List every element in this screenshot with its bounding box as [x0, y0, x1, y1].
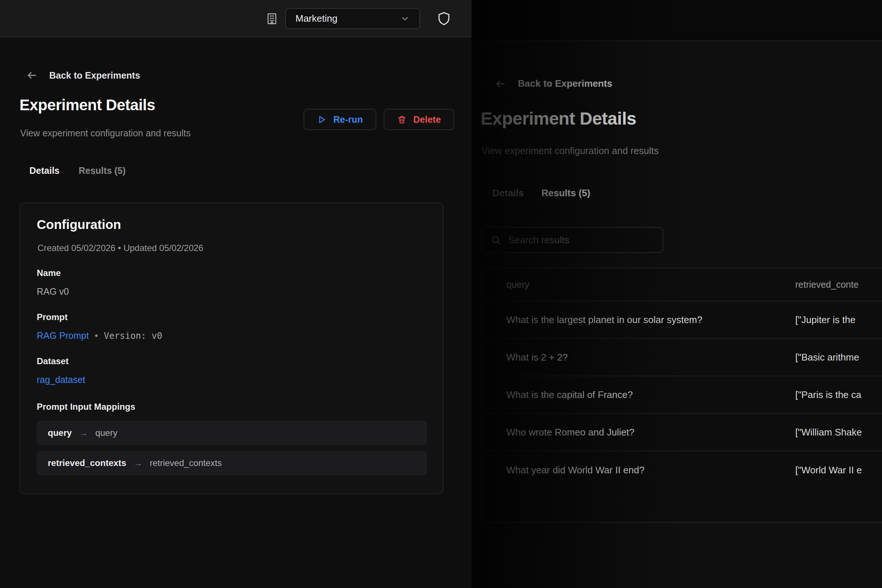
back-to-experiments-link[interactable]: Back to Experiments — [494, 78, 612, 89]
name-field-value: RAG v0 — [37, 286, 69, 297]
shield-icon[interactable] — [436, 11, 451, 27]
delete-button[interactable]: Delete — [384, 109, 454, 130]
arrow-right-icon: → — [79, 428, 88, 438]
table-row[interactable]: What is 2 + 2? ["Basic arithme — [482, 339, 882, 376]
arrow-left-icon — [26, 70, 38, 81]
rerun-button[interactable]: Re-run — [303, 109, 376, 130]
action-buttons: Re-run Delete — [303, 109, 454, 130]
prompt-input-mappings-list: query → query retrieved_contexts → retri… — [37, 421, 427, 475]
search-results-input[interactable] — [508, 234, 654, 246]
mapping-source: retrieved_contexts — [48, 458, 126, 468]
configuration-dates: Created 05/02/2026 • Updated 05/02/2026 — [38, 243, 203, 253]
cell-query: What is the capital of France? — [482, 389, 795, 400]
mapping-row: retrieved_contexts → retrieved_contexts — [37, 451, 427, 475]
play-icon — [317, 115, 327, 124]
dataset-field-value: rag_dataset — [37, 375, 85, 385]
dataset-link[interactable]: rag_dataset — [37, 375, 85, 385]
tab[interactable]: Details — [492, 188, 524, 199]
tab[interactable]: Results (5) — [542, 188, 590, 199]
table-row[interactable]: What year did World War II end? ["World … — [482, 451, 882, 489]
prompt-field-value: RAG Prompt • Version: v0 — [37, 330, 162, 341]
table-row[interactable]: What is the largest planet in our solar … — [482, 302, 882, 339]
prompt-link[interactable]: RAG Prompt — [37, 330, 89, 341]
cell-retrieved-contexts: ["World War II e — [795, 465, 882, 476]
chevron-down-icon — [400, 14, 410, 24]
configuration-title: Configuration — [37, 217, 121, 232]
results-view-panel: Back to Experiments Experiment Details V… — [471, 0, 882, 588]
back-to-experiments-link[interactable]: Back to Experiments — [26, 70, 140, 81]
details-results-tabs: Details Results (5) — [29, 165, 126, 176]
page-title: Experiment Details — [20, 96, 155, 114]
cell-retrieved-contexts: ["William Shake — [795, 427, 882, 438]
cell-retrieved-contexts: ["Jupiter is the — [795, 314, 882, 326]
top-navigation-bar: Marketing — [0, 0, 471, 37]
rerun-button-label: Re-run — [333, 114, 363, 125]
dataset-field-label: Dataset — [37, 356, 69, 366]
delete-button-label: Delete — [413, 114, 441, 125]
building-icon — [266, 12, 279, 26]
page-title: Experiment Details — [481, 108, 636, 129]
results-table-body: What is the largest planet in our solar … — [482, 302, 882, 489]
bullet-separator: • — [95, 330, 98, 341]
name-field-label: Name — [37, 268, 61, 278]
mapping-target: query — [95, 428, 117, 438]
cell-query: What is 2 + 2? — [482, 352, 795, 363]
tab[interactable]: Results (5) — [79, 165, 126, 176]
details-view-panel: Marketing Back to Experiments Experiment… — [0, 0, 471, 588]
prompt-field-label: Prompt — [37, 312, 68, 322]
cell-query: What is the largest planet in our solar … — [482, 314, 795, 326]
table-row[interactable]: What is the capital of France? ["Paris i… — [482, 376, 882, 414]
org-switcher-label: Marketing — [296, 13, 338, 24]
search-results-box — [481, 227, 663, 253]
column-header-query: query — [482, 279, 795, 290]
configuration-card: Configuration Created 05/02/2026 • Updat… — [20, 202, 444, 494]
cell-query: What year did World War II end? — [482, 465, 795, 476]
column-header-retrieved-contexts: retrieved_conte — [795, 279, 882, 290]
table-row[interactable]: Who wrote Romeo and Juliet? ["William Sh… — [482, 414, 882, 451]
prompt-version: Version: v0 — [104, 331, 162, 341]
arrow-left-icon — [494, 78, 507, 89]
page-subtitle: View experiment configuration and result… — [20, 128, 191, 138]
mapping-target: retrieved_contexts — [150, 458, 222, 468]
tab[interactable]: Details — [29, 165, 60, 176]
top-strip — [471, 0, 882, 41]
mapping-source: query — [48, 428, 72, 438]
org-switcher-dropdown[interactable]: Marketing — [285, 8, 420, 29]
cell-query: Who wrote Romeo and Juliet? — [482, 427, 795, 438]
results-table-header: query retrieved_conte — [482, 268, 882, 302]
details-results-tabs: Details Results (5) — [492, 188, 590, 199]
cell-retrieved-contexts: ["Paris is the ca — [795, 389, 882, 400]
results-table: query retrieved_conte What is the larges… — [482, 267, 882, 523]
arrow-right-icon: → — [134, 458, 142, 468]
trash-icon — [397, 115, 407, 124]
app-canvas: Marketing Back to Experiments Experiment… — [0, 0, 882, 588]
mappings-section-label: Prompt Input Mappings — [37, 402, 135, 412]
back-link-label: Back to Experiments — [518, 78, 612, 89]
mapping-row: query → query — [37, 421, 427, 445]
page-subtitle: View experiment configuration and result… — [482, 145, 658, 156]
cell-retrieved-contexts: ["Basic arithme — [795, 352, 882, 363]
search-icon — [490, 235, 501, 245]
back-link-label: Back to Experiments — [49, 70, 140, 81]
